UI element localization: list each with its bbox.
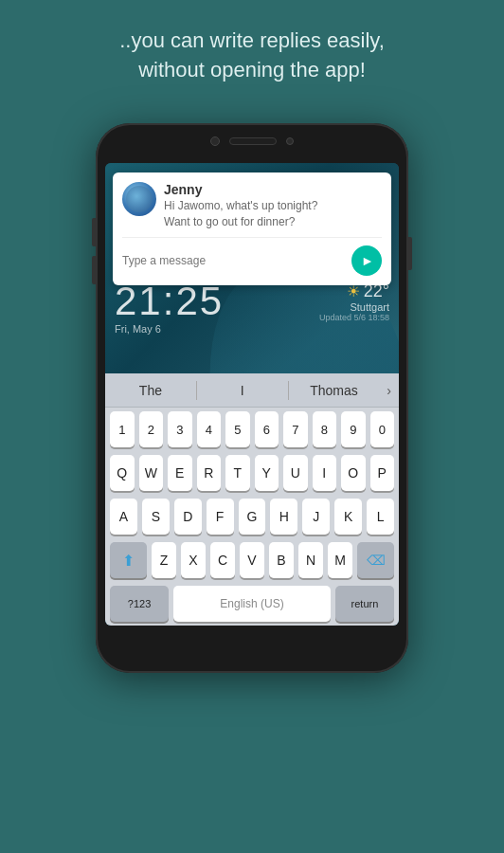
reply-input-row[interactable]: ► (122, 237, 382, 276)
phone-device: Jenny Hi Jawomo, what's up tonight? Want… (96, 123, 408, 673)
key-e[interactable]: E (168, 455, 192, 491)
header-text: ..you can write replies easily, without … (0, 0, 504, 104)
phone-screen: Jenny Hi Jawomo, what's up tonight? Want… (105, 163, 399, 626)
header-line1: ..you can write replies easily, (28, 27, 476, 56)
vol-down-button (92, 256, 96, 284)
sender-name: Jenny (164, 182, 382, 198)
vol-up-button (92, 218, 96, 246)
key-h[interactable]: H (270, 499, 297, 535)
speaker-grill (229, 137, 277, 145)
proximity-sensor (286, 137, 294, 145)
suggestion-thomas[interactable]: Thomas (289, 373, 380, 407)
key-3[interactable]: 3 (168, 411, 192, 447)
key-a[interactable]: A (110, 499, 137, 535)
phone-top-bar (210, 136, 294, 146)
key-p[interactable]: P (370, 455, 395, 491)
clock-area: 21:25 Fri, May 6 (115, 281, 224, 335)
key-4[interactable]: 4 (197, 411, 222, 447)
send-button[interactable]: ► (351, 245, 382, 276)
key-6[interactable]: 6 (255, 411, 279, 447)
send-icon: ► (361, 253, 374, 268)
key-f[interactable]: F (207, 499, 234, 535)
weather-area: ☀ 22° Stuttgart Updated 5/6 18:58 (319, 281, 389, 322)
zxcv-row: ⬆ Z X C V B N M ⌫ (105, 538, 399, 582)
message-line1: Hi Jawomo, what's up tonight? (164, 198, 382, 214)
sym-key[interactable]: ?123 (110, 586, 169, 622)
weather-updated: Updated 5/6 18:58 (319, 313, 389, 322)
key-t[interactable]: T (225, 455, 250, 491)
backspace-key[interactable]: ⌫ (357, 542, 394, 578)
asdf-row: A S D F G H J K L (105, 495, 399, 538)
shift-icon: ⬆ (122, 552, 135, 570)
key-r[interactable]: R (197, 455, 222, 491)
suggestion-the[interactable]: The (105, 373, 196, 407)
key-0[interactable]: 0 (370, 411, 395, 447)
key-q[interactable]: Q (110, 455, 135, 491)
key-c[interactable]: C (210, 542, 235, 578)
avatar (122, 182, 156, 216)
key-y[interactable]: Y (255, 455, 279, 491)
message-line2: Want to go out for dinner? (164, 214, 382, 230)
key-s[interactable]: S (142, 499, 170, 535)
key-x[interactable]: X (181, 542, 206, 578)
key-l[interactable]: L (367, 499, 394, 535)
key-i[interactable]: I (313, 455, 337, 491)
key-m[interactable]: M (328, 542, 352, 578)
key-g[interactable]: G (239, 499, 266, 535)
key-z[interactable]: Z (152, 542, 176, 578)
key-d[interactable]: D (174, 499, 202, 535)
clock-date: Fri, May 6 (115, 323, 224, 335)
key-n[interactable]: N (298, 542, 323, 578)
suggestion-arrow[interactable]: › (379, 383, 399, 398)
qwerty-row: Q W E R T Y U I O P (105, 451, 399, 495)
notification-header: Jenny Hi Jawomo, what's up tonight? Want… (122, 182, 382, 229)
key-o[interactable]: O (341, 455, 366, 491)
key-9[interactable]: 9 (341, 411, 366, 447)
key-7[interactable]: 7 (283, 411, 308, 447)
weather-city: Stuttgart (319, 301, 389, 313)
number-row: 1 2 3 4 5 6 7 8 9 0 (105, 408, 399, 451)
backspace-icon: ⌫ (367, 553, 386, 568)
avatar-inner (126, 186, 153, 212)
keyboard[interactable]: The I Thomas › 1 2 3 4 5 6 7 8 9 0 (105, 373, 399, 626)
notification-content: Jenny Hi Jawomo, what's up tonight? Want… (164, 182, 382, 229)
space-key[interactable]: English (US) (173, 586, 331, 622)
key-j[interactable]: J (302, 499, 330, 535)
key-k[interactable]: K (334, 499, 362, 535)
space-row: ?123 English (US) return (105, 582, 399, 626)
notification-card[interactable]: Jenny Hi Jawomo, what's up tonight? Want… (113, 172, 391, 285)
reply-input[interactable] (122, 254, 346, 267)
key-2[interactable]: 2 (139, 411, 164, 447)
key-w[interactable]: W (139, 455, 164, 491)
suggestions-row: The I Thomas › (105, 373, 399, 408)
key-b[interactable]: B (269, 542, 294, 578)
key-8[interactable]: 8 (313, 411, 337, 447)
key-v[interactable]: V (240, 542, 264, 578)
suggestion-i[interactable]: I (197, 373, 288, 407)
power-button (408, 237, 412, 270)
shift-key[interactable]: ⬆ (110, 542, 147, 578)
return-key[interactable]: return (335, 586, 394, 622)
key-1[interactable]: 1 (110, 411, 135, 447)
header-line2: without opening the app! (28, 56, 476, 85)
front-camera (210, 136, 220, 146)
key-u[interactable]: U (283, 455, 308, 491)
clock-time: 21:25 (115, 281, 224, 321)
key-5[interactable]: 5 (225, 411, 250, 447)
